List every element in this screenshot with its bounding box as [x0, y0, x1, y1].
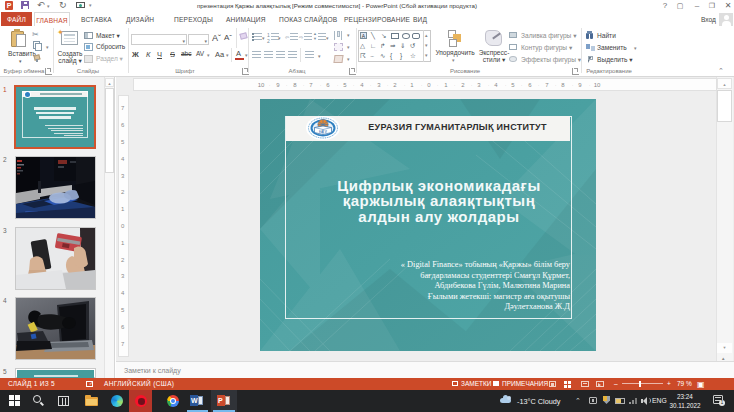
- svg-text:ЕАГИ: ЕАГИ: [319, 130, 327, 134]
